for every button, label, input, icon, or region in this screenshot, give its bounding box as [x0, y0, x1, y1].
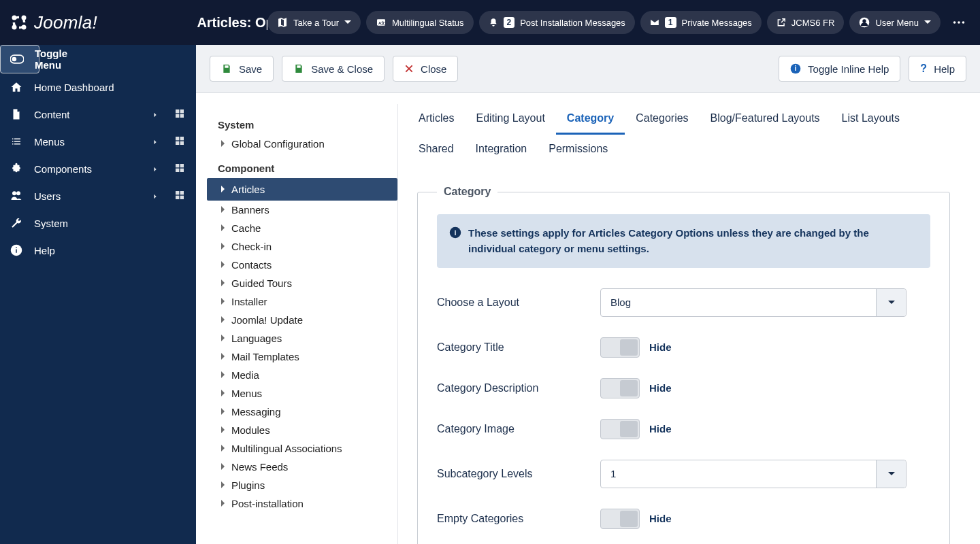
chevron-down-icon: [876, 289, 906, 316]
tree-item-multilingual-associations[interactable]: Multilingual Associations: [218, 439, 387, 458]
tree-item-label: Check-in: [231, 241, 272, 252]
tree-item-mail-templates[interactable]: Mail Templates: [218, 347, 387, 366]
tab-blog-featured-layouts[interactable]: Blog/Featured Layouts: [700, 104, 831, 135]
svg-rect-30: [16, 250, 17, 253]
tree-item-label: News Feeds: [231, 461, 288, 473]
post-install-messages-button[interactable]: 2 Post Installation Messages: [479, 11, 635, 34]
pill-label: Post Installation Messages: [520, 18, 625, 28]
save-icon: [221, 63, 232, 74]
tree-item-guided-tours[interactable]: Guided Tours: [218, 274, 387, 292]
chevron-right-icon: [220, 352, 227, 362]
toggle-menu-button[interactable]: Toggle Menu: [0, 45, 39, 73]
tree-item-banners[interactable]: Banners: [218, 201, 387, 219]
field-choose-layout: Choose a Layout Blog: [437, 288, 930, 317]
tab-articles[interactable]: Articles: [408, 104, 465, 135]
chevron-right-icon: [220, 260, 227, 270]
svg-rect-19: [176, 141, 179, 144]
button-label: Help: [934, 63, 955, 75]
tab-categories[interactable]: Categories: [625, 104, 699, 135]
category-image-toggle[interactable]: [600, 419, 640, 439]
tree-item-cache[interactable]: Cache: [218, 219, 387, 237]
tree-item-installer[interactable]: Installer: [218, 292, 387, 311]
tab-integration[interactable]: Integration: [465, 135, 538, 165]
tab-shared[interactable]: Shared: [408, 135, 465, 165]
sidebar-item-users[interactable]: Users: [0, 182, 196, 209]
chevron-right-icon: [220, 224, 227, 233]
field-category-title: Category Title Hide: [437, 337, 930, 358]
layout-select[interactable]: Blog: [600, 288, 906, 317]
frontend-link-button[interactable]: JCMS6 FR: [767, 11, 845, 34]
chevron-right-icon: [220, 297, 227, 307]
tab-permissions[interactable]: Permissions: [538, 135, 619, 165]
header-actions: Take a Tour A文 Multilingual Status 2 Pos…: [267, 11, 972, 34]
sidebar-item-menus[interactable]: Menus: [0, 128, 196, 155]
field-empty-categories: Empty Categories Hide: [437, 509, 930, 529]
help-button[interactable]: ? Help: [909, 56, 966, 82]
sidebar-item-content[interactable]: Content: [0, 101, 196, 128]
tree-item-languages[interactable]: Languages: [218, 329, 387, 347]
sidebar: Toggle Menu Home DashboardContentMenusCo…: [0, 45, 196, 544]
private-messages-button[interactable]: 1 Private Messages: [640, 11, 762, 34]
tree-item-articles[interactable]: Articles: [207, 178, 397, 201]
sidebar-item-home-dashboard[interactable]: Home Dashboard: [0, 73, 196, 101]
chevron-right-icon: [148, 190, 162, 202]
multilingual-status-button[interactable]: A文 Multilingual Status: [366, 11, 474, 34]
svg-rect-26: [180, 191, 184, 194]
language-icon: A文: [376, 17, 387, 28]
tree-item-check-in[interactable]: Check-in: [218, 237, 387, 256]
svg-rect-22: [180, 164, 184, 167]
chevron-right-icon: [220, 389, 227, 398]
dashboard-icon[interactable]: [173, 190, 186, 203]
pill-label: User Menu: [875, 18, 919, 28]
tree-item-label: Articles: [231, 184, 265, 195]
content-region: System Global Configuration Component Ar…: [196, 93, 980, 544]
sidebar-item-help[interactable]: Help: [0, 237, 196, 264]
tree-item-contacts[interactable]: Contacts: [218, 256, 387, 274]
field-category-description: Category Description Hide: [437, 378, 930, 398]
close-button[interactable]: Close: [393, 56, 458, 82]
empty-categories-toggle[interactable]: [600, 509, 640, 529]
take-tour-button[interactable]: Take a Tour: [267, 11, 361, 34]
tree-item-plugins[interactable]: Plugins: [218, 476, 387, 494]
dashboard-icon[interactable]: [173, 135, 186, 148]
save-close-button[interactable]: Save & Close: [282, 56, 385, 82]
chevron-right-icon: [148, 109, 162, 120]
dashboard-icon[interactable]: [173, 108, 186, 121]
user-menu-button[interactable]: User Menu: [849, 11, 941, 34]
tab-category[interactable]: Category: [556, 104, 625, 135]
svg-text:i: i: [454, 228, 456, 237]
puzzle-icon: [10, 163, 22, 175]
tab-list-layouts[interactable]: List Layouts: [831, 104, 911, 135]
dashboard-icon[interactable]: [173, 163, 186, 175]
tree-item-label: Installer: [231, 296, 267, 307]
tree-item-news-feeds[interactable]: News Feeds: [218, 458, 387, 476]
tree-item-label: Multilingual Associations: [231, 443, 342, 454]
tree-item-label: Media: [231, 369, 259, 381]
toggle-inline-help-button[interactable]: i Toggle Inline Help: [779, 56, 900, 82]
more-menu-button[interactable]: [946, 15, 972, 30]
sidebar-item-label: Home Dashboard: [34, 82, 162, 93]
tab-editing-layout[interactable]: Editing Layout: [465, 104, 555, 135]
chevron-right-icon: [148, 136, 162, 148]
envelope-icon: [650, 18, 659, 27]
svg-rect-18: [180, 137, 184, 140]
svg-rect-23: [176, 168, 179, 171]
category-title-toggle[interactable]: [600, 337, 640, 358]
sidebar-item-system[interactable]: System: [0, 209, 196, 237]
tree-item-post-installation[interactable]: Post-installation: [218, 494, 387, 513]
tree-item-modules[interactable]: Modules: [218, 421, 387, 439]
category-description-toggle[interactable]: [600, 378, 640, 398]
page-title-region: Articles: Op: [189, 15, 267, 31]
save-button[interactable]: Save: [210, 56, 274, 82]
tree-item-media[interactable]: Media: [218, 366, 387, 384]
svg-rect-14: [180, 109, 184, 113]
tree-item-menus[interactable]: Menus: [218, 384, 387, 403]
tree-item-global-config[interactable]: Global Configuration: [218, 135, 387, 153]
tree-item-messaging[interactable]: Messaging: [218, 403, 387, 421]
sidebar-item-components[interactable]: Components: [0, 155, 196, 182]
close-icon: [404, 64, 414, 73]
tree-item-joomla-update[interactable]: Joomla! Update: [218, 311, 387, 329]
wrench-icon: [10, 217, 22, 229]
subcategory-levels-select[interactable]: 1: [600, 460, 906, 488]
chevron-down-icon: [876, 460, 906, 488]
